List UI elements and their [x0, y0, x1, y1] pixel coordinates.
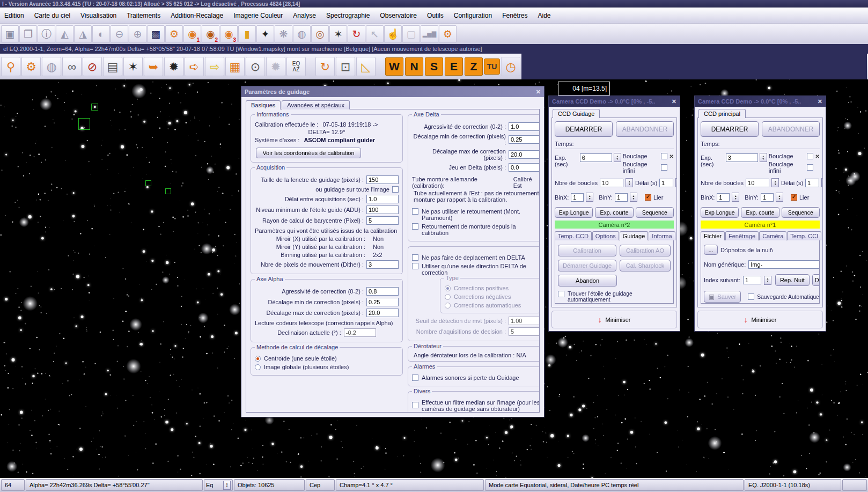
find-guide-star-row[interactable]: Trouver l'étoile de guidage automatiquem… — [558, 291, 671, 303]
loops-spinner[interactable]: ▲▼ — [626, 178, 633, 187]
view-calibration-coords-button[interactable]: Voir les coordonnées de calibration — [256, 148, 361, 158]
spin-down-icon[interactable]: ▼ — [226, 485, 229, 488]
swoosh-arrow-icon[interactable]: ➪ — [185, 57, 204, 76]
spin-down-icon[interactable]: ▼ — [774, 183, 777, 186]
loop-cancel-icon[interactable]: ✕ — [815, 153, 820, 159]
tab-scroll-right-icon[interactable]: ► — [822, 232, 823, 240]
gear-hand-icon[interactable]: ⚙ — [21, 57, 41, 76]
contrast-icon[interactable]: ◐ — [92, 25, 110, 43]
loops-input[interactable] — [746, 179, 769, 187]
field-input[interactable] — [509, 163, 540, 172]
infinite-loop-checkbox[interactable] — [661, 164, 667, 171]
panel-title-bar[interactable]: Camera CCD Demo -> 0.0°C [0% , -5.. ✕ — [695, 96, 826, 107]
zoom-out-icon[interactable]: ⊖ — [111, 25, 128, 43]
select-region-icon[interactable]: ⊡ — [336, 57, 355, 76]
image-copy-icon[interactable]: ❐ — [19, 25, 37, 43]
delay-spinner[interactable]: ▲▼ — [821, 178, 823, 187]
radio-icon[interactable] — [255, 356, 261, 362]
guider-tool-icon[interactable]: ✦ — [256, 25, 274, 43]
radio-row[interactable]: Image globale (plusieurs étoiles) — [255, 364, 399, 370]
zoom-in-icon[interactable]: ⊕ — [129, 25, 146, 43]
browse-button[interactable]: ... — [704, 245, 718, 255]
flip-down-icon[interactable]: ◭ — [56, 25, 73, 43]
checkbox-row[interactable]: Retournement de monture depuis la calibr… — [412, 223, 540, 236]
close-icon[interactable]: ✕ — [536, 89, 541, 96]
ccd-barrel-icon[interactable]: ▮ — [238, 25, 256, 43]
menu-item[interactable]: Carte du ciel — [34, 12, 70, 19]
binx-spinner[interactable]: ▲▼ — [586, 193, 593, 202]
camera-1-icon[interactable]: ◉ 1 — [183, 25, 201, 43]
inner-tab[interactable]: Temp. CCD — [555, 231, 592, 240]
exposure-input[interactable] — [726, 153, 758, 162]
index-spinner[interactable]: ▲▼ — [764, 276, 771, 285]
eq-az-icon[interactable]: EQ AZ — [286, 57, 306, 76]
fold-arrow-icon[interactable]: ➥ — [144, 57, 163, 76]
night-folder-button[interactable]: Rep. Nuit — [775, 274, 810, 286]
checkbox-row[interactable]: Utiliser qu'une seule direction DELTA de… — [412, 263, 540, 276]
radio-row[interactable]: Centroïde (une seule étoile) — [255, 355, 399, 362]
dither-input[interactable] — [366, 260, 399, 269]
checkbox-row[interactable]: Effectue un filtre median sur l'image (p… — [412, 399, 540, 412]
minimize-button[interactable]: ↓ Minimiser — [744, 315, 776, 324]
refresh-icon[interactable]: ↻ — [348, 25, 365, 43]
biny-input[interactable] — [761, 193, 774, 202]
tab-scroll-left-icon[interactable]: ◄ — [676, 232, 677, 240]
long-exposure-button[interactable]: Exp Longue — [701, 207, 739, 218]
calibration-button[interactable]: Calibration — [558, 245, 616, 256]
spin-down-icon[interactable]: ▼ — [762, 158, 764, 160]
declination-input[interactable] — [344, 328, 376, 337]
menu-item[interactable]: Traitements — [127, 12, 160, 19]
eye-pen-icon[interactable]: ⊙ — [246, 57, 265, 76]
menu-item[interactable]: Aide — [538, 12, 550, 19]
menu-item[interactable]: Imagerie Couleur — [233, 12, 283, 19]
wrench-icon[interactable]: ◎ — [311, 25, 329, 43]
inner-tab[interactable]: Fichier — [701, 231, 725, 240]
guide-window-size-input[interactable] — [366, 175, 399, 184]
clock-icon[interactable]: ◷ — [501, 57, 520, 76]
sharplock-calibration-button[interactable]: Cal. Sharplock — [620, 260, 671, 271]
camera-3-icon[interactable]: ◉ 3 — [220, 25, 238, 43]
binoculars-icon[interactable]: ∞ — [62, 57, 82, 76]
checkbox-row[interactable]: Alarmes sonores si perte du Guidage — [412, 374, 540, 381]
menu-item[interactable]: Observatoire — [380, 12, 417, 19]
exposure-input[interactable] — [580, 153, 612, 162]
short-exposure-button[interactable]: Exp. courte — [595, 207, 633, 218]
menu-item[interactable]: Visualisation — [80, 12, 116, 19]
print-icon[interactable]: ▤ — [103, 57, 122, 76]
binx-input[interactable] — [571, 193, 584, 202]
loop-cancel-icon[interactable]: ✕ — [670, 153, 674, 159]
biny-input[interactable] — [615, 193, 628, 202]
checkbox-row[interactable]: Ne pas faire de deplacement en DELTA — [412, 254, 540, 261]
dialog-title-bar[interactable]: Paramètres de guidage ✕ — [241, 86, 544, 97]
abandon-button[interactable]: Abandon — [558, 275, 617, 287]
menu-item[interactable]: Configuration — [454, 12, 492, 19]
calibration-ao-button[interactable]: Calibration AO — [620, 245, 671, 256]
loops-spinner[interactable]: ▲▼ — [771, 178, 779, 187]
field-input[interactable] — [366, 205, 399, 214]
delete-icon[interactable]: ⊘ — [83, 57, 102, 76]
dome-icon[interactable]: ◍ — [293, 25, 311, 43]
menu-item[interactable]: Fenêtres — [502, 12, 527, 19]
minimize-button[interactable]: ↓ Minimiser — [598, 315, 630, 324]
menu-item[interactable]: Addition-Recalage — [171, 12, 223, 19]
sequence-button[interactable]: Sequence — [782, 207, 820, 218]
field-input[interactable] — [509, 135, 540, 144]
spin-down-icon[interactable]: ▼ — [616, 158, 619, 160]
start-guiding-button[interactable]: Démarrer Guidage — [558, 260, 616, 271]
loops-input[interactable] — [600, 179, 623, 187]
info-icon[interactable]: ⓘ — [38, 25, 55, 43]
menu-item[interactable]: Edition — [4, 12, 24, 19]
inner-tab[interactable]: Caméra — [759, 231, 786, 240]
field-input[interactable] — [509, 150, 540, 159]
inner-tab[interactable]: Guidage — [620, 231, 649, 240]
camera-2-icon[interactable]: ◉ 2 — [202, 25, 219, 43]
south-button[interactable]: S — [425, 57, 443, 76]
north-button[interactable]: N — [405, 57, 423, 76]
checkbox-icon[interactable] — [412, 254, 418, 261]
ccd-main-tab[interactable]: CCD principal — [698, 109, 746, 118]
zenith-button[interactable]: Z — [465, 57, 483, 76]
binx-spinner[interactable]: ▲▼ — [732, 193, 739, 202]
abort-button[interactable]: ABANDONNER — [616, 121, 674, 137]
dialog-tab[interactable]: Avancées et spéciaux — [282, 100, 350, 109]
find-guide-star-checkbox[interactable] — [558, 291, 564, 297]
